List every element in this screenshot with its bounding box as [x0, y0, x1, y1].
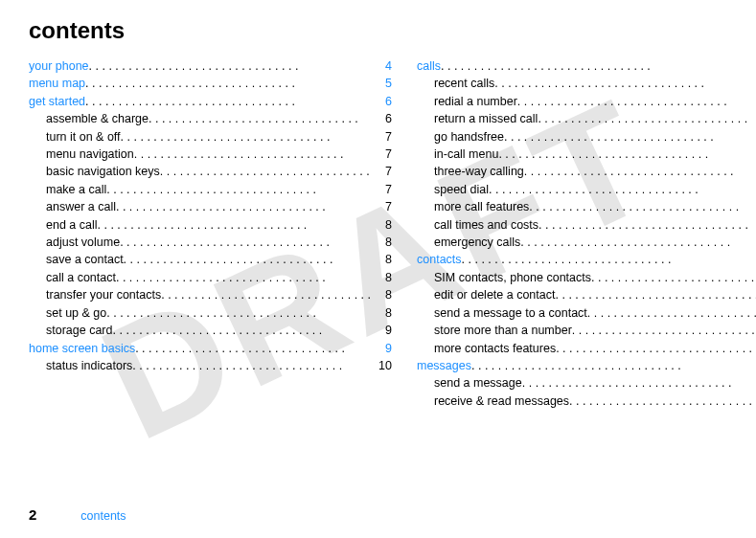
toc-dots [116, 198, 371, 215]
toc-label: assemble & charge [46, 110, 149, 127]
toc-label: go handsfree [434, 128, 504, 146]
toc-label: your phone [29, 57, 89, 75]
toc-entry: adjust volume8 [29, 234, 392, 251]
toc-dots [135, 340, 371, 357]
toc-col-2: calls10recent calls10redial a number10re… [417, 57, 756, 410]
toc-entry: send a message to a contact15 [417, 304, 756, 322]
toc-section: your phone4 [29, 57, 392, 75]
toc-page: 8 [375, 251, 392, 268]
toc-page: 9 [375, 322, 392, 339]
toc-label: contacts [417, 251, 462, 268]
toc-label: send a message to a contact [434, 304, 587, 322]
toc-dots [124, 251, 371, 268]
toc-entry: go handsfree11 [417, 128, 756, 146]
toc-entry: call times and costs14 [417, 216, 756, 234]
toc-entry: redial a number10 [417, 93, 756, 110]
toc-dots [569, 392, 756, 410]
toc-entry: SIM contacts, phone contacts15 [417, 269, 756, 286]
toc-entry: save a contact8 [29, 251, 392, 268]
toc-label: menu navigation [46, 146, 134, 163]
toc-dots [556, 340, 756, 357]
toc-label: make a call [46, 181, 106, 198]
toc-dots [522, 374, 756, 392]
toc-entry: status indicators10 [29, 357, 392, 374]
toc-page: 8 [375, 216, 392, 234]
toc-dots [498, 146, 756, 163]
toc-entry: end a call8 [29, 216, 392, 234]
toc-entry: speed dial13 [417, 181, 756, 198]
toc-section: messages17 [417, 357, 756, 374]
toc-entry: transfer your contacts8 [29, 286, 392, 303]
toc-dots [462, 251, 756, 268]
toc-label: status indicators [46, 357, 132, 374]
toc-dots [504, 128, 756, 146]
toc-entry: store more than a number16 [417, 322, 756, 339]
toc-label: more contacts features [434, 340, 556, 357]
toc-entry: more contacts features16 [417, 340, 756, 357]
toc-dots [517, 93, 756, 110]
toc-page: 7 [375, 198, 392, 215]
toc-page: 6 [375, 110, 392, 127]
toc-label: save a contact [46, 251, 124, 268]
toc-page: 5 [375, 75, 392, 92]
toc-dots [85, 75, 371, 92]
toc-label: end a call [46, 216, 98, 234]
toc-label: call times and costs [434, 216, 538, 234]
toc-section: contacts15 [417, 251, 756, 268]
toc-label: turn it on & off [46, 128, 121, 146]
footer: 2 contents [29, 506, 126, 523]
toc-columns: your phone4menu map5get started6assemble… [29, 57, 737, 410]
toc-label: SIM contacts, phone contacts [434, 269, 591, 286]
toc-entry: receive & read messages18 [417, 392, 756, 410]
toc-entry: basic navigation keys7 [29, 163, 392, 180]
toc-label: menu map [29, 75, 85, 92]
toc-dots [494, 75, 756, 92]
toc-label: answer a call [46, 198, 116, 215]
toc-entry: assemble & charge6 [29, 110, 392, 127]
toc-dots [161, 286, 371, 303]
toc-label: redial a number [434, 93, 517, 110]
toc-dots [591, 269, 756, 286]
toc-label: transfer your contacts [46, 286, 161, 303]
toc-label: in-call menu [434, 146, 498, 163]
toc-page: 8 [375, 304, 392, 322]
toc-entry: emergency calls15 [417, 234, 756, 251]
toc-dots [587, 304, 756, 322]
toc-label: three-way calling [434, 163, 524, 180]
toc-dots [116, 269, 371, 286]
toc-page: 8 [375, 234, 392, 251]
footer-label: contents [80, 509, 126, 523]
toc-label: receive & read messages [434, 392, 569, 410]
toc-dots [85, 93, 371, 110]
toc-entry: turn it on & off7 [29, 128, 392, 146]
toc-page: 8 [375, 286, 392, 303]
toc-entry: make a call7 [29, 181, 392, 198]
toc-label: call a contact [46, 269, 116, 286]
toc-dots [538, 216, 756, 234]
toc-label: return a missed call [434, 110, 538, 127]
toc-dots [572, 322, 756, 339]
toc-label: home screen basics [29, 340, 135, 357]
toc-label: adjust volume [46, 234, 120, 251]
toc-label: emergency calls [434, 234, 520, 251]
toc-label: calls [417, 57, 441, 75]
toc-label: messages [417, 357, 471, 374]
toc-label: send a message [434, 374, 522, 392]
toc-page: 8 [375, 269, 392, 286]
toc-page: 7 [375, 163, 392, 180]
toc-dots [89, 57, 371, 75]
toc-entry: three-way calling12 [417, 163, 756, 180]
toc-section: home screen basics9 [29, 340, 392, 357]
toc-dots [121, 128, 371, 146]
toc-dots [489, 181, 756, 198]
toc-label: storage card [46, 322, 112, 339]
toc-entry: answer a call7 [29, 198, 392, 215]
toc-dots [106, 181, 371, 198]
toc-page: 9 [375, 340, 392, 357]
toc-dots [98, 216, 371, 234]
toc-label: edit or delete a contact [434, 286, 555, 303]
toc-entry: storage card9 [29, 322, 392, 339]
toc-dots [529, 198, 756, 215]
toc-dots [524, 163, 756, 180]
page-number: 2 [29, 506, 36, 523]
